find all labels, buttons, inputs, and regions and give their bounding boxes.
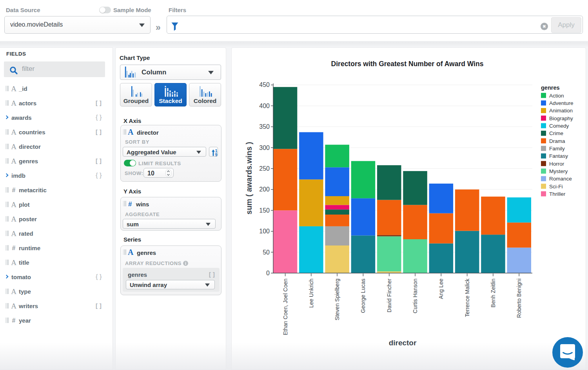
svg-text:450: 450 <box>259 81 270 88</box>
svg-text:0: 0 <box>266 270 270 276</box>
svg-text:Steven Spielberg: Steven Spielberg <box>334 279 340 321</box>
svg-text:Crime: Crime <box>549 130 563 136</box>
svg-text:George Lucas: George Lucas <box>360 279 366 313</box>
svg-text:Animation: Animation <box>549 108 573 114</box>
svg-text:Fantasy: Fantasy <box>549 153 568 159</box>
svg-text:genres: genres <box>541 85 560 91</box>
svg-text:Lee Unkrich: Lee Unkrich <box>308 279 314 308</box>
svg-text:Ethan Coen, Joel Coen: Ethan Coen, Joel Coen <box>282 279 289 336</box>
svg-text:400: 400 <box>259 103 270 109</box>
svg-text:50: 50 <box>263 249 270 256</box>
svg-text:Biography: Biography <box>549 116 573 121</box>
svg-text:Sci-Fi: Sci-Fi <box>549 184 563 190</box>
svg-text:Action: Action <box>549 93 564 99</box>
svg-text:David Fincher: David Fincher <box>386 278 392 312</box>
svg-text:150: 150 <box>259 207 270 214</box>
svg-text:Romance: Romance <box>549 176 572 182</box>
svg-text:9: 9 <box>215 153 218 156</box>
svg-text:director: director <box>389 339 417 347</box>
svg-text:Terrence Malick: Terrence Malick <box>464 278 470 317</box>
svg-text:100: 100 <box>259 228 270 235</box>
svg-text:Curtis Hanson: Curtis Hanson <box>412 279 418 314</box>
svg-text:Mystery: Mystery <box>549 168 568 174</box>
svg-text:Ang Lee: Ang Lee <box>438 278 444 299</box>
svg-text:250: 250 <box>259 165 270 172</box>
svg-text:Roberto Benigni: Roberto Benigni <box>516 279 522 318</box>
svg-text:Horror: Horror <box>549 161 564 167</box>
svg-text:Drama: Drama <box>549 138 565 144</box>
svg-text:300: 300 <box>259 144 270 151</box>
svg-text:350: 350 <box>259 123 270 130</box>
svg-text:Directors with Greatest Number: Directors with Greatest Number of Award … <box>331 60 484 68</box>
svg-text:Benh Zeitlin: Benh Zeitlin <box>490 279 496 308</box>
svg-text:Adventure: Adventure <box>549 100 573 106</box>
svg-text:Comedy: Comedy <box>549 123 569 129</box>
svg-text:Thriller: Thriller <box>549 191 566 197</box>
svg-text:sum ( awards.wins ): sum ( awards.wins ) <box>245 142 253 214</box>
svg-text:Family: Family <box>549 146 565 152</box>
svg-text:200: 200 <box>259 186 270 193</box>
